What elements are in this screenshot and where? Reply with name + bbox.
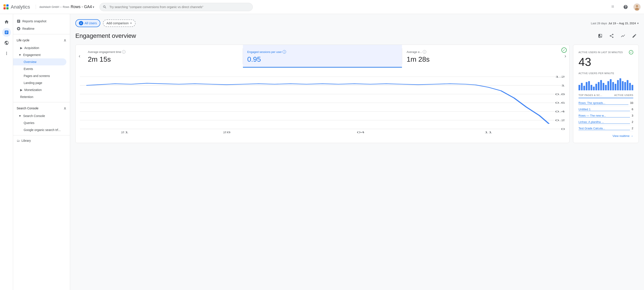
nav-queries[interactable]: Queries (13, 119, 70, 127)
mini-bar-item (622, 81, 624, 90)
page-users: 6 (632, 108, 633, 111)
mini-bar-item (600, 80, 602, 90)
svg-text:04: 04 (357, 131, 365, 133)
info-icon-2[interactable]: i (423, 50, 426, 54)
svg-text:21: 21 (121, 131, 128, 133)
logo-sq-orange (4, 4, 6, 6)
page-title: Engagement overview (75, 32, 136, 39)
mini-bar-item (624, 82, 626, 90)
nav-retention[interactable]: Retention (13, 93, 70, 100)
search-bar (100, 3, 253, 11)
nav-realtime[interactable]: Realtime (13, 25, 70, 32)
mini-bar-item (615, 84, 616, 90)
info-icon-1[interactable]: i (282, 50, 286, 54)
avatar[interactable] (634, 3, 640, 10)
page-name[interactable]: Untitled 1 (578, 108, 630, 111)
mini-bar-item (586, 82, 588, 90)
nav-engagement[interactable]: ▼ Engagement (13, 51, 70, 58)
view-realtime-link[interactable]: View realtime → (578, 134, 633, 138)
nav-pages-screens[interactable]: Pages and screens (13, 72, 70, 79)
nav-reports-snapshot-label: Reports snapshot (22, 19, 46, 23)
all-users-avatar-letter: A (80, 22, 82, 24)
nav-events[interactable]: Events (13, 65, 70, 72)
info-icon-0[interactable]: i (122, 50, 126, 54)
sidebar-icon-home[interactable] (2, 17, 11, 26)
nav-overview-label: Overview (24, 60, 36, 64)
breadcrumb: dashdash GmbH › Rows Rows - GA4 ▾ (36, 4, 94, 9)
nav-icons (609, 3, 640, 11)
cards-row: ‹ Average engagement time i 2m 15s Eng (75, 45, 639, 143)
share-button[interactable] (607, 31, 616, 40)
mini-bar-item (620, 78, 621, 90)
sidebar-icon-reports[interactable] (2, 28, 11, 37)
metric-label-text-0: Average engagement time (88, 50, 121, 54)
nav-google-organic[interactable]: Google organic search trf... (13, 127, 70, 134)
add-comparison-chip[interactable]: Add comparison + (103, 19, 136, 27)
all-users-chip[interactable]: A All Users (75, 19, 100, 27)
logo-squares (4, 4, 8, 9)
edit-button[interactable] (630, 31, 639, 40)
nav-library[interactable]: 🗂 Library (13, 137, 70, 144)
nav-reports-snapshot[interactable]: Reports snapshot (13, 17, 70, 25)
metric-label-avg-engagement: Average engagement time i (88, 50, 238, 54)
metric-prev-button[interactable]: ‹ (76, 45, 84, 68)
left-nav: Reports snapshot Realtime Life cycle ∧ ▶… (13, 14, 70, 290)
per-minute-label: ACTIVE USERS PER MINUTE (578, 72, 633, 75)
nav-monetization[interactable]: ▶ Monetization (13, 86, 70, 93)
search-input[interactable] (100, 3, 253, 11)
insights-button[interactable] (618, 31, 627, 40)
page-name[interactable]: Rows: The spreads... (578, 101, 628, 105)
nav-acquisition-arrow: ▶ (20, 46, 22, 50)
top-pages-col-label: TOP PAGES & SC... (578, 94, 602, 96)
nav-search-console-label: Search Console (23, 114, 45, 118)
svg-text:0.2: 0.2 (555, 119, 565, 122)
logo-area: Analytics dashdash GmbH › Rows Rows - GA… (4, 4, 94, 10)
grid-menu-button[interactable] (609, 3, 618, 11)
page-users: 2 (632, 127, 633, 130)
nav-search-console-item[interactable]: ▼ Search Console (13, 112, 70, 119)
metric-card-engaged-sessions[interactable]: Engaged sessions per user i 0.95 (243, 45, 402, 68)
breadcrumb-current-label: Rows - GA4 (70, 4, 92, 9)
svg-point-1 (636, 5, 638, 7)
active-users-label-text: ACTIVE USERS IN LAST 30 MINUTES (578, 51, 629, 54)
nav-overview[interactable]: Overview (13, 58, 66, 65)
svg-text:1: 1 (561, 84, 565, 87)
mini-bar-item (593, 87, 595, 90)
nav-lifecycle-header[interactable]: Life cycle ∧ (13, 36, 70, 44)
svg-text:0.6: 0.6 (555, 102, 565, 104)
page-row: Rows — The new w... 3 (578, 113, 633, 119)
metric-cards-inner: ‹ Average engagement time i 2m 15s Eng (76, 45, 569, 68)
nav-search-console-header[interactable]: Search Console ∧ (13, 104, 70, 112)
mini-bar-item (578, 85, 580, 90)
metric-card-avg-e[interactable]: Average e... i 1m 28s (402, 45, 562, 68)
mini-bar-item (610, 79, 612, 90)
nav-landing-page[interactable]: Landing page (13, 79, 70, 86)
sidebar-icon-configure[interactable] (2, 49, 11, 58)
mini-bar-item (588, 81, 590, 90)
page-name[interactable]: Linhas: A planilha ... (578, 120, 630, 124)
mini-bar-item (632, 85, 633, 90)
view-realtime-arrow: → (630, 134, 633, 138)
nav-acquisition-label: Acquisition (24, 46, 39, 50)
toolbar: A All Users Add comparison + Last 28 day… (75, 19, 639, 27)
nav-engagement-label: Engagement (23, 53, 40, 57)
svg-text:0.4: 0.4 (555, 110, 565, 113)
help-button[interactable] (621, 3, 630, 11)
compare-view-button[interactable] (596, 31, 604, 40)
metric-label-text-1: Engaged sessions per user (247, 50, 282, 54)
chart-area: 1.2 1 0.8 0.6 0.4 0.2 0 21 Jul (76, 68, 569, 138)
mini-bar-item (590, 85, 592, 90)
page-name[interactable]: Rows — The new w... (578, 114, 630, 118)
page-name[interactable]: Test Grade Calcula... (578, 127, 630, 130)
date-range[interactable]: Last 28 days Jul 19 – Aug 15, 2024 ▾ (591, 22, 639, 25)
nav-divider-2 (13, 102, 70, 102)
breadcrumb-current[interactable]: Rows - GA4 ▾ (70, 4, 94, 9)
mini-bar-item (617, 80, 619, 90)
top-nav: Analytics dashdash GmbH › Rows Rows - GA… (0, 0, 644, 14)
nav-queries-label: Queries (24, 121, 34, 125)
library-folder-icon: 🗂 (17, 139, 20, 142)
nav-acquisition[interactable]: ▶ Acquisition (13, 44, 70, 51)
sidebar-icon-advertising[interactable] (2, 38, 11, 47)
mini-bar-item (629, 83, 631, 90)
metric-card-avg-engagement[interactable]: Average engagement time i 2m 15s (84, 45, 243, 68)
